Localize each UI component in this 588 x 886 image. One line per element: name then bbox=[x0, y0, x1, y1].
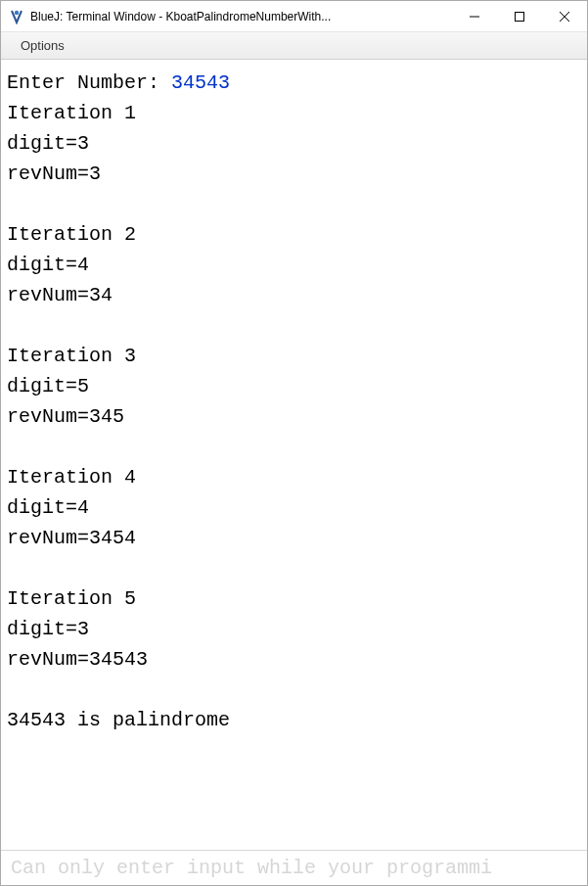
titlebar: BlueJ: Terminal Window - KboatPalindrome… bbox=[1, 1, 587, 32]
maximize-button[interactable] bbox=[497, 1, 542, 31]
terminal-user-input: 34543 bbox=[171, 71, 230, 94]
bluej-icon bbox=[9, 9, 24, 24]
terminal-prompt: Enter Number: bbox=[7, 71, 171, 94]
window-controls bbox=[452, 1, 587, 31]
menu-options[interactable]: Options bbox=[13, 34, 72, 57]
close-button[interactable] bbox=[542, 1, 587, 31]
minimize-button[interactable] bbox=[452, 1, 497, 31]
svg-rect-2 bbox=[516, 12, 524, 21]
svg-point-0 bbox=[15, 10, 19, 14]
input-placeholder: Can only enter input while your programm… bbox=[11, 857, 492, 879]
window-title: BlueJ: Terminal Window - KboatPalindrome… bbox=[30, 10, 331, 23]
terminal-output[interactable]: Enter Number: 34543 Iteration 1 digit=3 … bbox=[1, 60, 587, 850]
menubar: Options bbox=[1, 32, 587, 60]
terminal-input-field[interactable]: Can only enter input while your programm… bbox=[1, 850, 587, 885]
terminal-lines: Iteration 1 digit=3 revNum=3 Iteration 2… bbox=[7, 102, 230, 731]
